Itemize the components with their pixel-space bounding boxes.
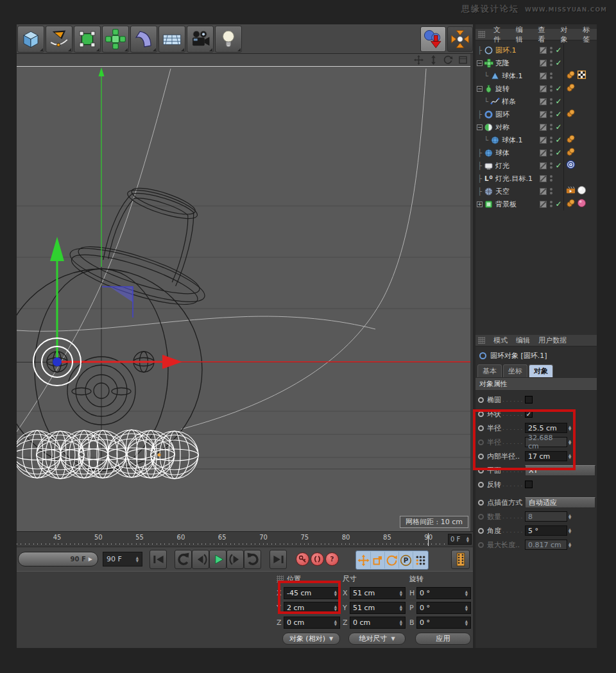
compositing-tag-icon[interactable] <box>566 185 576 197</box>
stepper-icon[interactable]: ▲▼ <box>400 590 402 596</box>
viewport-canvas[interactable]: 网格间距 : 10 cm <box>17 66 470 531</box>
key-rotation-button[interactable] <box>385 552 399 568</box>
primitive-cube-button[interactable] <box>17 26 44 53</box>
value-field[interactable]: 25.5 cm <box>525 423 567 433</box>
layer-box-icon[interactable] <box>540 175 547 182</box>
visibility-dots-icon[interactable] <box>549 149 554 156</box>
object-label[interactable]: 球体.1 <box>502 135 540 145</box>
visibility-dots-icon[interactable] <box>549 137 554 143</box>
object-row[interactable]: −对称✓ <box>475 121 597 133</box>
phong-tag-icon[interactable] <box>566 83 576 94</box>
am-menu-2[interactable]: 用户数据 <box>538 336 567 345</box>
enabled-checkmark-icon[interactable]: ✓ <box>554 123 563 132</box>
expand-toggle-icon[interactable]: − <box>477 86 483 92</box>
visibility-dots-icon[interactable] <box>549 47 554 53</box>
enabled-checkmark-icon[interactable]: ✓ <box>554 135 563 144</box>
key-point-level-button[interactable] <box>413 552 427 568</box>
object-row[interactable]: ├L0灯光.目标.1 <box>475 172 597 185</box>
checkbox-unchecked[interactable] <box>525 481 533 488</box>
texture-white-tag-icon[interactable] <box>577 185 586 197</box>
maximize-icon[interactable] <box>458 55 468 65</box>
enabled-checkmark-icon[interactable]: ✓ <box>554 161 563 170</box>
stepper-icon[interactable]: ▲▼ <box>569 528 571 534</box>
stepper-icon[interactable]: ▲▼ <box>334 590 337 596</box>
tab-坐标[interactable]: 坐标 <box>503 364 527 377</box>
tab-对象[interactable]: 对象 <box>529 364 553 377</box>
rotate-icon[interactable] <box>443 55 453 65</box>
target-tag-icon[interactable] <box>566 160 576 171</box>
object-label[interactable]: 灯光 <box>495 161 540 171</box>
pan-icon[interactable] <box>414 55 424 65</box>
expand-toggle-icon[interactable]: + <box>477 201 483 207</box>
object-label[interactable]: 克隆 <box>495 58 540 68</box>
layer-box-icon[interactable] <box>540 111 547 118</box>
object-label[interactable]: 球体.1 <box>502 71 540 81</box>
timeline-range-slider[interactable]: 90 F ▶ <box>18 552 98 567</box>
expand-toggle-icon[interactable]: − <box>477 124 483 130</box>
stepper-icon[interactable]: ▲▼ <box>569 454 571 459</box>
stepper-icon[interactable]: ▲▼ <box>334 620 337 626</box>
object-row[interactable]: −旋转✓ <box>475 82 597 95</box>
mograph-cloner-button[interactable] <box>102 26 129 53</box>
stepper-icon[interactable]: ▲▼ <box>569 514 571 520</box>
dolly-icon[interactable] <box>429 55 438 65</box>
layer-box-icon[interactable] <box>540 98 547 105</box>
stepper-icon[interactable]: ▲▼ <box>400 620 402 626</box>
stepper-icon[interactable]: ▲▼ <box>465 605 468 611</box>
om-menu-0[interactable]: 文件 <box>493 25 508 44</box>
stepper-icon[interactable]: ▲▼ <box>465 620 468 626</box>
am-menu-0[interactable]: 模式 <box>493 336 508 345</box>
timeline-film-button[interactable] <box>451 550 470 569</box>
light-button[interactable] <box>215 26 242 53</box>
go-to-end-button[interactable] <box>270 550 287 569</box>
go-to-start-button[interactable] <box>150 550 167 569</box>
phong-tag-icon[interactable] <box>566 198 576 210</box>
y-axis-handle[interactable] <box>50 237 64 362</box>
layer-box-icon[interactable] <box>540 47 547 54</box>
enabled-checkmark-icon[interactable]: ✓ <box>554 58 563 67</box>
stepper-icon[interactable]: ▲▼ <box>400 605 402 611</box>
next-key-button[interactable] <box>244 550 261 569</box>
previous-frame-button[interactable] <box>192 550 209 569</box>
coord-value-field[interactable]: 2 cm▲▼ <box>284 602 340 614</box>
om-menu-2[interactable]: 查看 <box>538 25 552 44</box>
play-button[interactable] <box>209 550 227 569</box>
layer-box-icon[interactable] <box>540 162 547 169</box>
key-scale-button[interactable] <box>371 552 385 568</box>
subdivision-cage-button[interactable] <box>74 26 101 53</box>
floor-button[interactable] <box>158 26 185 53</box>
layer-box-icon[interactable] <box>540 124 547 131</box>
stepper-icon[interactable]: ▲▼ <box>334 605 337 611</box>
object-label[interactable]: 背景板 <box>495 200 540 209</box>
visibility-dots-icon[interactable] <box>549 111 554 117</box>
record-question-button[interactable]: ? <box>325 552 339 566</box>
layer-box-icon[interactable] <box>540 85 547 92</box>
object-label[interactable]: 圆环 <box>495 110 540 119</box>
stepper-icon[interactable]: ▲▼ <box>569 425 571 431</box>
coord-value-field[interactable]: 0 cm▲▼ <box>284 617 340 629</box>
visibility-dots-icon[interactable] <box>549 98 554 105</box>
am-menu-1[interactable]: 编辑 <box>516 336 530 345</box>
om-menu-3[interactable]: 对象 <box>560 25 574 44</box>
object-row[interactable]: ├圆环✓ <box>475 108 597 121</box>
anim-toggle-icon[interactable] <box>478 397 484 403</box>
value-field[interactable]: 17 cm <box>525 451 567 461</box>
visibility-dots-icon[interactable] <box>549 72 554 79</box>
end-frame-field[interactable]: 0 F ▲▼ <box>448 534 472 545</box>
texture-pink-tag-icon[interactable] <box>577 198 586 210</box>
visibility-dots-icon[interactable] <box>549 60 554 66</box>
coord-value-field[interactable]: -45 cm▲▼ <box>284 587 340 599</box>
visibility-dots-icon[interactable] <box>549 85 554 92</box>
object-row[interactable]: └球体.1 <box>475 69 597 82</box>
object-label[interactable]: 圆环.1 <box>495 46 540 55</box>
checkbox-unchecked[interactable] <box>525 396 533 404</box>
previous-key-button[interactable] <box>175 550 192 569</box>
anim-toggle-icon[interactable] <box>478 411 484 417</box>
stepper-icon[interactable]: ▲▼ <box>569 439 571 445</box>
timeline-ruler[interactable]: 0 F ▲▼ 45505560657075808590 <box>17 531 473 547</box>
enabled-checkmark-icon[interactable]: ✓ <box>554 200 563 209</box>
om-menu-1[interactable]: 编辑 <box>516 25 530 44</box>
coord-mode-dropdown[interactable]: 对象 (相对)▼ <box>282 633 340 645</box>
layer-box-icon[interactable] <box>540 188 547 195</box>
record-parentheses-button[interactable] <box>311 552 324 566</box>
